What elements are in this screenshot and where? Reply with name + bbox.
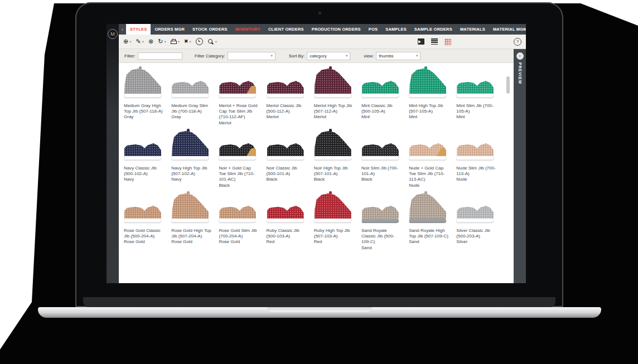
filter-category-label: Filter Category: <box>195 54 225 59</box>
preview-collapse-icon[interactable]: ‹ <box>516 52 524 60</box>
shoe-image <box>362 203 399 223</box>
product-name: Rose Gold High Top Jib (507-204-A) <box>171 228 211 239</box>
product-card[interactable]: Navy Classic Jib (500-102-A) Navy <box>124 128 171 191</box>
product-name: Mint Classic Jib (500-105-A) <box>361 103 402 114</box>
product-name: Medium Gray High Top Jib (507-118-A) <box>124 103 164 114</box>
product-thumbnail <box>361 191 402 223</box>
module-tab[interactable]: INVENTORY <box>231 24 264 35</box>
module-tab[interactable]: PRODUCTION ORDERS <box>308 24 365 35</box>
product-card[interactable]: Noir Slim Jib (700-101-A) Black <box>361 128 409 191</box>
module-tab[interactable]: SAMPLES <box>381 24 410 35</box>
product-card[interactable]: Silver Classic Jib (500-203-A) Silver <box>456 191 504 253</box>
print-button[interactable]: ▾ <box>171 39 180 45</box>
product-card[interactable]: Noir Classic Jib (500-101-A) Black <box>267 128 314 191</box>
product-card[interactable]: Sand Royale Classic Jib (500-109-C) Sand <box>361 191 409 253</box>
shoe-image <box>315 193 351 223</box>
product-card[interactable]: Medium Gray High Top Jib (507-118-A) Gra… <box>124 66 171 128</box>
content-row: Filter: Filter Category: ▾ Sort By: cate… <box>119 49 526 283</box>
product-card[interactable]: Ruby High Top Jib (507-103-A) Red <box>314 191 361 253</box>
product-thumbnail <box>219 128 259 161</box>
form-view-icon[interactable] <box>418 38 424 45</box>
grid-view-icon[interactable] <box>444 38 451 45</box>
product-label: Noir Classic Jib (500-101-A) Black <box>267 166 307 183</box>
product-card[interactable]: Rose Gold Slim Jib (700-204-A) Rose Gold <box>219 191 266 253</box>
module-tab[interactable]: MATERIAL MGMT <box>489 24 526 35</box>
product-card[interactable]: Rose Gold Classic Jib (500-204-A) Rose G… <box>124 191 171 253</box>
shoe-image <box>267 79 304 98</box>
shoe-sole <box>219 94 256 98</box>
history-button[interactable] <box>196 38 203 45</box>
shoe-sole <box>172 156 209 161</box>
product-colorway: Black <box>361 177 402 182</box>
product-card[interactable]: Mint Slim Jib (700-105-A) Mint <box>456 66 504 128</box>
shoe-upper <box>172 131 209 156</box>
product-card[interactable]: Mint High Top Jib (507-105-A) Mint <box>409 66 456 128</box>
product-colorway: Red <box>314 239 354 245</box>
product-colorway: Nude <box>456 177 496 182</box>
product-thumbnail <box>409 128 449 161</box>
product-name: Nude + Gold Cap Toe Slim Jib (710-113-AC… <box>409 166 449 183</box>
product-label: Merlot + Rose Gold Cap Toe Slim Jib (710… <box>219 103 259 126</box>
shoe-upper <box>172 193 209 219</box>
app-main: ‹ STYLES ORDERS MGR STOCK ORDERS INVENTO… <box>119 24 526 283</box>
laptop-lid-notch <box>267 307 372 312</box>
module-tab[interactable]: MATERIALS <box>456 24 489 35</box>
laptop-hinge <box>83 297 555 307</box>
product-card[interactable]: Sand Royale High Top Jib (507-109-C) San… <box>409 191 456 253</box>
view-mode-select[interactable]: thumbs ▾ <box>376 52 420 60</box>
product-card[interactable]: Nude Slim Jib (700-113-A) Nude <box>456 128 504 191</box>
product-card[interactable]: Medium Gray Slim Jib (700-118-A) Gray <box>171 66 219 128</box>
product-card[interactable]: Noir High Top Jib (507-101-A) Black <box>314 128 361 191</box>
product-label: Noir Slim Jib (700-101-A) Black <box>361 166 402 183</box>
shoe-sole <box>409 156 446 161</box>
shoe-image <box>267 141 304 161</box>
module-tab[interactable]: POS <box>365 24 381 35</box>
product-label: Ruby High Top Jib (507-103-A) Red <box>314 228 354 245</box>
help-button[interactable]: ? <box>514 38 521 46</box>
product-thumbnail <box>219 191 259 223</box>
product-card[interactable]: Mint Classic Jib (500-105-A) Mint <box>361 66 409 128</box>
module-tab[interactable]: ORDERS MGR <box>151 24 188 35</box>
tab-scroll-left-icon[interactable]: ‹ <box>119 24 126 35</box>
product-card[interactable]: Nude + Gold Cap Toe Slim Jib (710-113-AC… <box>409 128 456 191</box>
shoe-sole <box>219 219 256 223</box>
filter-bar: Filter: Filter Category: ▾ Sort By: cate… <box>119 49 514 63</box>
module-tab[interactable]: CLIENT ORDERS <box>264 24 308 35</box>
product-thumbnail <box>409 66 449 98</box>
product-card[interactable]: Noir + Gold Cap Toe Slim Jib (710-101-AC… <box>219 128 266 191</box>
refresh-button[interactable]: ↻ ▾ <box>158 38 166 45</box>
module-tab[interactable]: STOCK ORDERS <box>188 24 231 35</box>
product-label: Silver Classic Jib (500-203-A) Silver <box>456 228 496 245</box>
list-view-icon[interactable] <box>431 38 438 45</box>
chevron-down-icon: ▾ <box>129 40 131 44</box>
preview-panel-tab[interactable]: ‹ PREVIEW <box>514 49 526 283</box>
shoe-upper <box>267 79 304 94</box>
product-card[interactable]: Rose Gold High Top Jib (507-204-A) Rose … <box>171 191 219 253</box>
tools-button[interactable]: ✖ ▾ <box>184 39 191 44</box>
product-card[interactable]: Merlot High Top Jib (507-112-A) Merlot <box>314 66 361 128</box>
product-card[interactable]: Ruby Classic Jib (500-103-A) Red <box>267 191 314 253</box>
edit-record-button[interactable]: ✎ ▾ <box>136 38 143 45</box>
filter-category-select[interactable]: ▾ <box>228 52 276 60</box>
add-circle-icon: ⊕ <box>123 38 128 45</box>
vertical-scrollbar[interactable] <box>506 76 510 94</box>
add-record-button[interactable]: ⊕ ▾ <box>123 38 131 45</box>
filter-input[interactable] <box>138 52 182 60</box>
tab-label: MATERIALS <box>460 27 485 32</box>
product-colorway: Rose Gold <box>219 239 259 245</box>
module-tab[interactable]: SAMPLE ORDERS <box>410 24 456 35</box>
search-button[interactable]: ▾ <box>207 38 217 45</box>
shoe-upper <box>267 203 304 219</box>
product-label: Medium Gray Slim Jib (700-118-A) Gray <box>171 103 211 120</box>
shoe-upper <box>362 141 399 156</box>
product-card[interactable]: Merlot + Rose Gold Cap Toe Slim Jib (710… <box>219 66 266 128</box>
shoe-sole <box>362 219 399 223</box>
shoe-upper <box>457 203 494 219</box>
preview-panel-label: PREVIEW <box>518 62 522 84</box>
module-tab[interactable]: STYLES <box>126 24 151 35</box>
sort-by-select[interactable]: category ▾ <box>307 52 350 60</box>
shoe-sole <box>362 94 399 98</box>
delete-record-button[interactable]: ⊗ <box>148 38 153 45</box>
product-card[interactable]: Merlot Classic Jib (500-112-A) Merlot <box>267 66 314 128</box>
product-card[interactable]: Navy High Top Jib (507-102-A) Navy <box>171 128 219 191</box>
